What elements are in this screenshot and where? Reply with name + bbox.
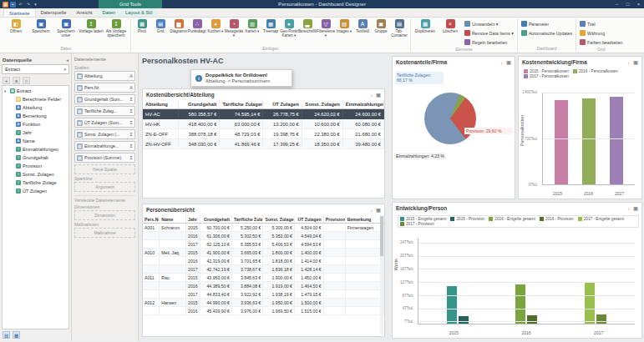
menu-icon[interactable]: ≡ bbox=[13, 77, 20, 84]
data-item-t-zulagen-sum[interactable]: ▦ÜT Zulagen (Sum...Σ bbox=[74, 118, 135, 128]
table-row[interactable]: HV-AC580.358,57 €74.595,14 €26.778,75 €2… bbox=[143, 109, 384, 119]
tree-node-sonst-zulagen[interactable]: #Sonst. Zulagen bbox=[3, 170, 68, 179]
tree-node-name[interactable]: AName bbox=[3, 137, 68, 145]
scrollbar-thumb[interactable] bbox=[380, 216, 383, 256]
data-item-abteilung[interactable]: ▦AbteilungA bbox=[74, 71, 135, 81]
table-row[interactable]: A010Meil, Jaq.201541.900,00 €3.665,00 €1… bbox=[143, 249, 384, 257]
ribbon-tab-layout-stil[interactable]: Layout & Stil bbox=[120, 8, 158, 17]
table-row[interactable]: ZN-E-OFF388.078,18 €48.729,03 €19.398,75… bbox=[143, 129, 384, 139]
table-row[interactable]: A011Rau201543.950,00 €3.845,63 €1.900,00… bbox=[143, 274, 384, 282]
ribbon-button-kuchen[interactable]: ◕Kuchen ▾ bbox=[206, 18, 225, 46]
column-header-bemerkung[interactable]: Bemerkung bbox=[346, 215, 384, 223]
column-header-einmalzahlungen[interactable]: Einmalzahlungen bbox=[343, 100, 384, 108]
grid2-scrollbar[interactable] bbox=[380, 216, 383, 334]
data-item-tarifliche-zulag[interactable]: ▦Tarifliche Zulag...Σ bbox=[74, 106, 135, 116]
ribbon-tab-startseite[interactable]: Startseite bbox=[3, 8, 36, 17]
ribbon-button-tab-container[interactable]: ▤Tab-Container bbox=[390, 18, 408, 46]
table-row[interactable]: A012Hansen201544.990,00 €3.936,63 €1.950… bbox=[143, 299, 384, 307]
ribbon-button-diagramm[interactable]: ▆Diagramm bbox=[170, 18, 188, 46]
column-header-jahr[interactable]: Jahr bbox=[186, 215, 200, 223]
tree-node-bemerkung[interactable]: ABemerkung bbox=[3, 112, 68, 120]
bar-2017-personalkosten[interactable] bbox=[610, 97, 623, 184]
data-item-dimension[interactable]: Dimension bbox=[74, 210, 135, 220]
table-row[interactable]: 201762.125,10 €5.355,53 €5.406,53 €4.594… bbox=[143, 240, 384, 249]
bar-2017-entgelte-gesamt[interactable] bbox=[585, 282, 595, 324]
ribbon-button-grid[interactable]: ▤Grid bbox=[151, 18, 170, 46]
ribbon-button-vorlage-laden[interactable]: ↥Vorlage laden bbox=[79, 18, 104, 46]
fields-view-icon[interactable]: ▤ bbox=[3, 331, 10, 339]
export-icon[interactable]: ↓ bbox=[500, 60, 503, 65]
ribbon-button-pivot[interactable]: ▦Pivot bbox=[133, 18, 151, 46]
ribbon-button-remove-data-items[interactable]: Remove Data Items ▾ bbox=[463, 28, 515, 38]
data-item-grundgehalt-sum[interactable]: ▦Grundgehalt (Sum...Σ bbox=[74, 94, 135, 104]
ribbon-button-speichern-unter[interactable]: ▣Speichern unter bbox=[53, 18, 79, 46]
column-header-provision[interactable]: Provision bbox=[324, 215, 346, 223]
tree-node-extract[interactable]: ▾▦Extract bbox=[3, 87, 68, 95]
export-icon[interactable]: ↓ bbox=[627, 60, 630, 65]
add-field-icon[interactable]: + bbox=[3, 77, 10, 84]
export-icon[interactable]: ↓ bbox=[370, 93, 373, 98]
ribbon-button-parameter[interactable]: Parameter bbox=[520, 19, 574, 28]
tree-node-grundgehalt[interactable]: #Grundgehalt bbox=[3, 153, 68, 162]
maximize-icon[interactable]: ▣ bbox=[376, 92, 381, 98]
maximize-icon[interactable]: ▣ bbox=[506, 59, 511, 65]
ribbon-button-karten[interactable]: ▥Karten ▾ bbox=[243, 18, 261, 46]
column-header-tarifliche-zulage[interactable]: Tarifliche Zulage bbox=[232, 215, 264, 223]
column-header-t-zulagen[interactable]: ÜT Zulagen bbox=[295, 215, 324, 223]
ribbon-button-als-vorlage-speichern[interactable]: ↧Als Vorlage speichern bbox=[104, 18, 129, 46]
data-item-ma-nahme[interactable]: Maßnahme bbox=[74, 228, 135, 238]
ribbon-tab-datenquelle[interactable]: Datenquelle bbox=[36, 8, 72, 17]
ribbon-button-filterelemente[interactable]: ▽Filterelemente ▾ bbox=[317, 18, 335, 46]
ribbon-tab-ansicht[interactable]: Ansicht bbox=[71, 8, 97, 17]
data-item-neue-spalte[interactable]: Neue Spalte bbox=[74, 164, 135, 174]
export-icon[interactable]: ↓ bbox=[370, 208, 373, 213]
ribbon-button-textfeld[interactable]: ATextfeld bbox=[353, 18, 372, 46]
ribbon-button-duplizieren[interactable]: ▦Duplizieren bbox=[413, 18, 438, 47]
ribbon-button-ffnen[interactable]: ◧Öffnen bbox=[3, 18, 28, 46]
bar-2016-entgelte-gesamt[interactable] bbox=[515, 284, 525, 324]
undo-icon[interactable]: ↶ bbox=[18, 2, 23, 8]
maximize-icon[interactable]: ▣ bbox=[633, 205, 638, 211]
table-row[interactable]: 201742.742,19 €3.738,67 €1.836,18 €1.428… bbox=[143, 265, 384, 274]
ribbon-button-w-hrung[interactable]: Währung bbox=[578, 28, 624, 38]
ribbon-button-speichern[interactable]: ▣Speichern bbox=[28, 18, 53, 46]
table-row[interactable]: 201744.833,40 €3.922,92 €1.938,19 €1.479… bbox=[143, 290, 384, 299]
tree-node-berechnete-felder[interactable]: ▨Berechnete Felder bbox=[3, 95, 68, 103]
bar-2015-personalkosten[interactable] bbox=[555, 100, 568, 184]
redo-icon[interactable]: ↷ bbox=[25, 2, 31, 8]
column-header-grundgehalt[interactable]: Grundgehalt bbox=[179, 100, 220, 108]
column-header-sonst-zulagen[interactable]: Sonst. Zulagen bbox=[263, 215, 295, 223]
qat-dropdown-icon[interactable]: ▾ bbox=[33, 2, 38, 8]
column-header-sonst-zulagen[interactable]: Sonst. Zulagen bbox=[302, 100, 343, 108]
data-item-pers-nr[interactable]: ▦Pers.Nr.A bbox=[74, 83, 135, 93]
ribbon-button-titel[interactable]: Titel bbox=[578, 19, 624, 28]
column-header-tarifliche-zulagen[interactable]: Tarifliche Zulagen bbox=[220, 100, 263, 108]
data-item-argument[interactable]: Argument bbox=[74, 182, 135, 192]
data-item-provision-summe[interactable]: ▦Provision (Summe)Σ bbox=[74, 153, 135, 163]
ribbon-button-punktdiagramm[interactable]: ∴Punktdiagramm bbox=[188, 18, 206, 46]
ribbon-button-farben-bearbeiten[interactable]: Farben bearbeiten bbox=[578, 38, 624, 47]
ribbon-button-l-schen[interactable]: ×Löschen bbox=[438, 18, 463, 47]
column-header-grundgehalt[interactable]: Grundgehalt bbox=[200, 215, 232, 223]
data-item-sonst-zulagen[interactable]: ▦Sonst. Zulagen (...Σ bbox=[74, 129, 135, 139]
ribbon-tab-daten[interactable]: Daten bbox=[97, 8, 119, 17]
tree-expander-icon[interactable]: ▾ bbox=[4, 89, 8, 93]
tree-node-tarifliche-zulage[interactable]: #Tarifliche Zulage bbox=[3, 179, 68, 187]
ribbon-button-bereichsfilter[interactable]: ▃Bereichsfilter bbox=[298, 18, 317, 46]
bar-2016-provision[interactable] bbox=[527, 315, 537, 324]
tree-node-jahr[interactable]: #Jahr bbox=[3, 128, 68, 137]
minimize-button[interactable]: – bbox=[611, 0, 622, 8]
ribbon-button-images[interactable]: ▧Images ▾ bbox=[335, 18, 353, 46]
maximize-icon[interactable]: ▣ bbox=[376, 207, 381, 213]
column-header-pers-nr[interactable]: Pers.Nr. bbox=[143, 215, 160, 223]
bar-2015-entgelte-gesamt[interactable] bbox=[447, 286, 457, 324]
column-header-abteilung[interactable]: Abteilung bbox=[143, 100, 179, 108]
close-button[interactable]: × bbox=[633, 0, 644, 8]
search-icon[interactable]: ○ bbox=[23, 77, 30, 84]
restore-button[interactable]: □ bbox=[622, 0, 633, 8]
ribbon-button-geo-punkt-karten[interactable]: ●Geo-Punkt Karten ▾ bbox=[280, 18, 298, 46]
preview-view-icon[interactable]: ▦ bbox=[13, 331, 20, 339]
table-row[interactable]: 201642.319,00 €3.701,65 €1.818,00 €1.414… bbox=[143, 257, 384, 265]
ribbon-button-umwandeln[interactable]: Umwandeln ▾ bbox=[463, 19, 515, 28]
column-header-t-zulagen[interactable]: ÜT Zulagen bbox=[263, 100, 302, 108]
